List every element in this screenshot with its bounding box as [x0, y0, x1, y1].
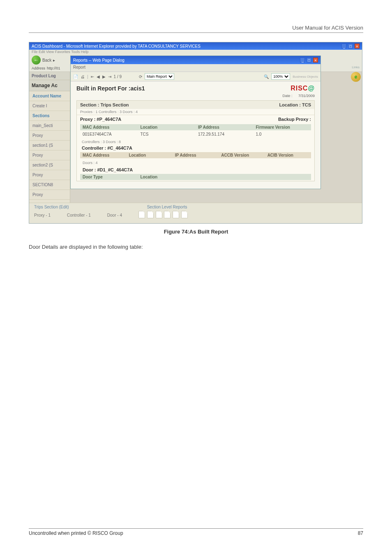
zoom-brand: Business Objects	[293, 75, 318, 79]
trips-section-edit-link[interactable]: Trips Section (Edit)	[34, 205, 69, 209]
export-icon[interactable]: 📄	[73, 74, 78, 79]
dialog-titlebar: Reports -- Web Page Dialog _ □ ×	[71, 56, 321, 64]
door-count: Door - 4	[107, 213, 122, 217]
proxy-table-row: 001E37464C7A TCS 172.29.51.174 1.0	[80, 130, 311, 138]
ie-title-text: ACIS Dashboard - Microsoft Internet Expl…	[32, 44, 201, 49]
door-table-header: Door Type Location	[80, 174, 311, 180]
controller-table-header: MAC Address Location IP Address ACCB Ver…	[80, 152, 311, 158]
refresh-icon[interactable]: ⟳	[139, 74, 142, 79]
section-counts: Proxies : 1 Controllers : 3 Doors : 4	[77, 109, 314, 115]
date-value: 7/31/2009	[298, 94, 315, 98]
dialog-maximize-icon[interactable]: □	[307, 58, 311, 62]
links-label: Links	[352, 65, 360, 69]
sidebar-item-account[interactable]: Account Name	[29, 91, 70, 101]
dialog-subheading: Report	[71, 64, 321, 72]
forward-icon[interactable]: ▸	[53, 58, 55, 62]
c-col-ip: IP Address	[173, 152, 219, 158]
doc-icon[interactable]	[138, 211, 145, 218]
controller-count: Controller - 1	[67, 213, 91, 217]
product-log-heading: Product Log	[29, 72, 70, 80]
next-page-icon[interactable]: ▶	[102, 74, 106, 79]
sidebar-item-proxy1[interactable]: Proxy	[29, 131, 70, 141]
sidebar: Product Log Manage Ac Account Name Creat…	[29, 72, 70, 223]
page-header: User Manual for ACIS Version	[29, 25, 363, 33]
controller-label: Controller : #C_464C7A	[77, 145, 314, 151]
ie-menubar[interactable]: File Edit View Favorites Tools Help	[29, 50, 362, 56]
date-label: Date :	[282, 94, 292, 98]
doc-icon[interactable]	[164, 211, 171, 218]
page-indicator: 1 / 9	[114, 74, 122, 79]
cell-loc: TCS	[138, 131, 196, 137]
doc-icon[interactable]	[156, 211, 162, 218]
ie-titlebar: ACIS Dashboard - Microsoft Internet Expl…	[29, 42, 362, 50]
page-footer: Uncontrolled when printed © RISCO Group …	[29, 528, 363, 536]
d-col-loc: Location	[138, 174, 196, 180]
close-icon[interactable]: ×	[355, 44, 360, 49]
ie-window-buttons: _ □ ×	[341, 44, 360, 49]
proxy-label: Proxy : #P_464C7A	[80, 117, 121, 122]
cell-fw: 1.0	[254, 131, 311, 137]
col-mac: MAC Address	[80, 124, 138, 130]
bottom-strip: Trips Section (Edit) Section Level Repor…	[29, 203, 362, 223]
c-col-acib: ACIB Version	[265, 152, 311, 158]
minimize-icon[interactable]: _	[341, 44, 346, 49]
section-location: Location : TCS	[279, 102, 311, 107]
sidebar-item-section1[interactable]: section1 (S	[29, 141, 70, 150]
sidebar-item-proxy4[interactable]: Proxy	[29, 190, 70, 200]
globe-icon: e	[351, 72, 361, 82]
report-title: Built in Report For :acis1	[76, 85, 145, 92]
sidebar-item-main-secti[interactable]: main_Secti	[29, 121, 70, 131]
doc-icon[interactable]	[181, 211, 188, 218]
back-label: Back	[42, 58, 51, 62]
section-name: Section : Trips Section	[80, 102, 129, 107]
report-body: Built in Report For :acis1 RISC@ Date : …	[71, 81, 321, 189]
sidebar-item-proxy2[interactable]: Proxy	[29, 150, 70, 160]
first-page-icon[interactable]: ⇤	[91, 74, 94, 79]
zoom-dropdown[interactable]: 100%	[271, 73, 290, 80]
back-button[interactable]: ←	[32, 56, 41, 65]
cell-ip: 172.29.51.174	[196, 131, 254, 137]
col-fw: Firmware Version	[254, 124, 311, 130]
dialog-title-text: Reports -- Web Page Dialog	[73, 58, 125, 62]
sidebar-item-section2[interactable]: section2 (S	[29, 160, 70, 170]
last-page-icon[interactable]: ⇥	[108, 74, 111, 79]
controller-counts: Controllers : 3 Doors : 8	[77, 139, 314, 145]
section-box: Section : Trips Section Location : TCS P…	[76, 100, 315, 181]
sidebar-item-section8[interactable]: SECTION8	[29, 180, 70, 190]
report-doc-icons[interactable]	[138, 211, 189, 219]
screenshot-container: ACIS Dashboard - Microsoft Internet Expl…	[29, 42, 362, 224]
report-dropdown[interactable]: Main Report	[145, 73, 174, 80]
search-icon[interactable]: 🔍	[264, 74, 269, 79]
doc-icon[interactable]	[173, 211, 179, 218]
proxy-table-header: MAC Address Location IP Address Firmware…	[80, 124, 311, 130]
sidebar-item-create[interactable]: Create I	[29, 101, 70, 111]
manage-heading: Manage Ac	[29, 80, 70, 91]
door-name: Door : #D1_#C_464C7A	[77, 166, 314, 173]
footer-page-number: 87	[358, 530, 363, 536]
section-level-reports-label: Section Level Reports	[147, 205, 187, 209]
d-col-type: Door Type	[80, 174, 138, 180]
risco-logo: RISC@	[291, 85, 315, 92]
col-ip: IP Address	[196, 124, 254, 130]
cell-mac: 001E37464C7A	[80, 131, 138, 137]
backup-proxy-label: Backup Proxy :	[278, 117, 311, 122]
c-col-accb: ACCB Version	[219, 152, 265, 158]
report-toolbar: 📄 🖨 | ⇤ ◀ ▶ ⇥ 1 / 9 ⟳ Main Report 🔍 100%…	[71, 72, 321, 81]
figure-caption: Figure 74:As Built Report	[29, 229, 363, 235]
prev-page-icon[interactable]: ◀	[97, 74, 100, 79]
print-icon[interactable]: 🖨	[81, 74, 85, 79]
report-dialog: Reports -- Web Page Dialog _ □ × Report …	[70, 56, 321, 189]
dialog-close-icon[interactable]: ×	[313, 58, 318, 62]
address-value[interactable]: http://01	[47, 66, 60, 70]
dialog-window-buttons: _ □ ×	[300, 58, 318, 62]
footer-left: Uncontrolled when printed © RISCO Group	[29, 530, 123, 536]
doc-icon[interactable]	[147, 211, 154, 218]
dialog-minimize-icon[interactable]: _	[300, 58, 305, 62]
c-col-mac: MAC Address	[80, 152, 126, 158]
address-label: Address	[32, 66, 45, 70]
sidebar-item-sections[interactable]: Sections	[29, 111, 70, 121]
sidebar-item-proxy3[interactable]: Proxy	[29, 170, 70, 180]
doors-count: Doors : 4	[77, 159, 314, 166]
maximize-icon[interactable]: □	[348, 44, 353, 49]
body-text: Door Details are displayed in the follow…	[29, 244, 363, 250]
